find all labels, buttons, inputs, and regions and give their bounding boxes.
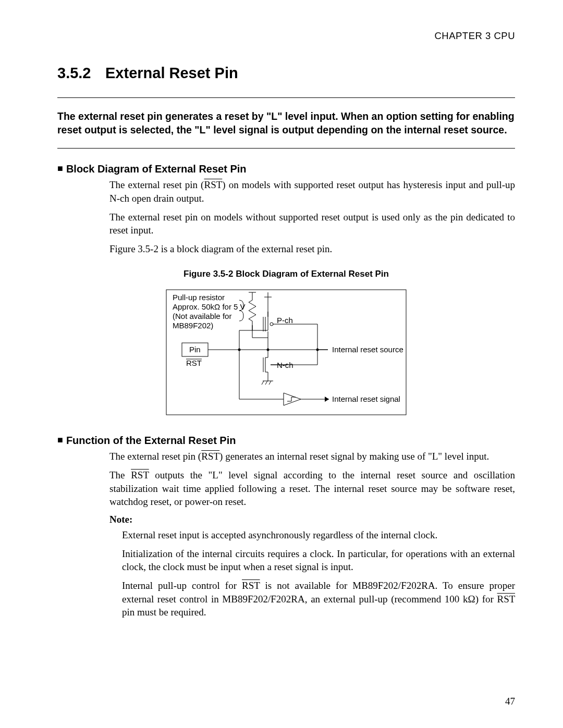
- diagram-label: P-ch: [277, 316, 293, 325]
- text: Internal pull-up control for: [122, 580, 242, 591]
- svg-marker-46: [325, 397, 329, 402]
- paragraph: The external reset pin on models without…: [109, 211, 515, 237]
- text: ) generates an internal reset signal by …: [219, 451, 489, 462]
- svg-point-41: [316, 349, 319, 351]
- diagram-label: RST: [186, 359, 202, 367]
- paragraph: The RST outputs the "L" level signal acc…: [109, 468, 515, 509]
- divider: [57, 148, 515, 149]
- rst-overline: RST: [131, 470, 149, 480]
- diagram-label: Internal reset signal: [332, 394, 400, 403]
- diagram-label: Pull-up resistor: [173, 293, 225, 302]
- paragraph: Figure 3.5-2 is a block diagram of the e…: [109, 242, 515, 256]
- section-number: 3.5.2: [57, 65, 105, 82]
- svg-line-33: [262, 381, 264, 385]
- paragraph: The external reset pin (RST) on models w…: [109, 178, 515, 205]
- svg-marker-44: [284, 393, 301, 405]
- body-text: The external reset pin (RST) generates a…: [109, 450, 515, 509]
- figure-caption: Figure 3.5-2 Block Diagram of External R…: [57, 269, 515, 279]
- diagram-label: MB89F202): [173, 321, 213, 330]
- note-item: Initialization of the internal circuits …: [122, 547, 515, 574]
- note-item: Internal pull-up control for RST is not …: [122, 579, 515, 619]
- subheading-text: Function of the External Reset Pin: [66, 435, 236, 446]
- text: The external reset pin (: [109, 179, 204, 190]
- svg-line-35: [269, 381, 271, 385]
- rst-overline: RST: [204, 179, 222, 190]
- note-list: External reset input is accepted asynchr…: [122, 528, 515, 619]
- diagram-label: Pin: [189, 345, 201, 354]
- note-heading: Note:: [109, 514, 515, 525]
- subheading-text: Block Diagram of External Reset Pin: [66, 163, 247, 175]
- section-title: 3.5.2External Reset Pin: [57, 65, 515, 82]
- subheading-block-diagram: ■Block Diagram of External Reset Pin: [57, 163, 515, 175]
- block-diagram: Pull-up resistor Approx. 50kΩ for 5 V (N…: [161, 285, 411, 420]
- document-page: CHAPTER 3 CPU 3.5.2External Reset Pin Th…: [0, 0, 563, 728]
- page-number: 47: [505, 696, 515, 707]
- subheading-function: ■Function of the External Reset Pin: [57, 435, 515, 447]
- rst-overline: RST: [201, 451, 219, 462]
- divider: [57, 97, 515, 98]
- note-item: External reset input is accepted asynchr…: [122, 528, 515, 542]
- rst-overline: RST: [497, 594, 515, 604]
- rst-overline: RST: [242, 580, 260, 591]
- diagram-label: Internal reset source: [332, 345, 403, 354]
- section-abstract: The external reset pin generates a reset…: [57, 109, 515, 137]
- diagram-label: (Not available for: [173, 312, 231, 320]
- chapter-header: CHAPTER 3 CPU: [57, 30, 515, 42]
- text: outputs the "L" level signal according t…: [109, 470, 515, 507]
- svg-line-34: [265, 381, 267, 385]
- diagram-label: Approx. 50kΩ for 5 V: [173, 302, 246, 311]
- body-text: The external reset pin (RST) on models w…: [109, 178, 515, 255]
- section-title-text: External Reset Pin: [105, 65, 238, 81]
- square-bullet-icon: ■: [57, 163, 63, 174]
- text: The: [109, 470, 131, 480]
- text: pin must be required.: [122, 607, 206, 618]
- text: The external reset pin (: [109, 451, 201, 462]
- paragraph: The external reset pin (RST) generates a…: [109, 450, 515, 463]
- square-bullet-icon: ■: [57, 435, 63, 446]
